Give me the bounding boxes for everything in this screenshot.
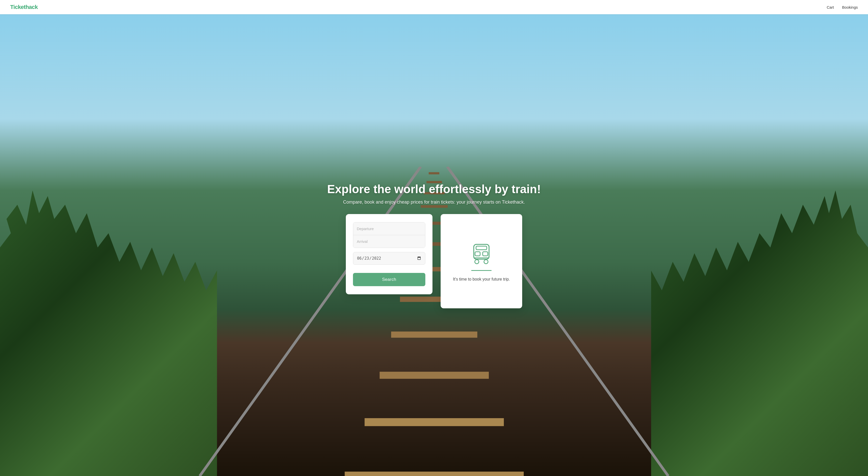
- info-tagline: It's time to book your future trip.: [453, 277, 510, 282]
- hero-subtitle: Compare, book and enjoy cheap prices for…: [343, 199, 525, 205]
- svg-point-17: [475, 260, 479, 264]
- navbar: Tickethack Cart Bookings: [0, 0, 868, 14]
- nav-links: Cart Bookings: [827, 5, 858, 9]
- info-card: It's time to book your future trip.: [441, 214, 522, 308]
- cards-row: Search: [346, 214, 522, 308]
- search-button[interactable]: Search: [353, 273, 425, 286]
- hero-section: Explore the world effortlessly by train!…: [0, 0, 868, 476]
- departure-input[interactable]: [353, 222, 425, 235]
- location-inputs: [353, 222, 425, 248]
- subtitle-suffix: .: [524, 199, 525, 204]
- hero-content: Explore the world effortlessly by train!…: [0, 168, 868, 308]
- svg-rect-14: [475, 252, 480, 256]
- subtitle-brand: Tickethack: [502, 199, 523, 204]
- svg-point-18: [484, 260, 488, 264]
- card-divider: [471, 270, 492, 271]
- nav-bookings-link[interactable]: Bookings: [842, 5, 858, 9]
- hero-title: Explore the world effortlessly by train!: [327, 182, 541, 196]
- subtitle-prefix: Compare, book and enjoy cheap prices for…: [343, 199, 502, 204]
- brand-logo: Tickethack: [10, 4, 38, 10]
- date-input[interactable]: [353, 252, 425, 265]
- train-icon-wrapper: [470, 241, 493, 271]
- svg-rect-13: [476, 246, 487, 250]
- nav-cart-link[interactable]: Cart: [827, 5, 834, 9]
- train-icon: [470, 241, 493, 266]
- svg-rect-15: [483, 252, 488, 256]
- search-card: Search: [346, 214, 432, 294]
- arrival-input[interactable]: [353, 235, 425, 248]
